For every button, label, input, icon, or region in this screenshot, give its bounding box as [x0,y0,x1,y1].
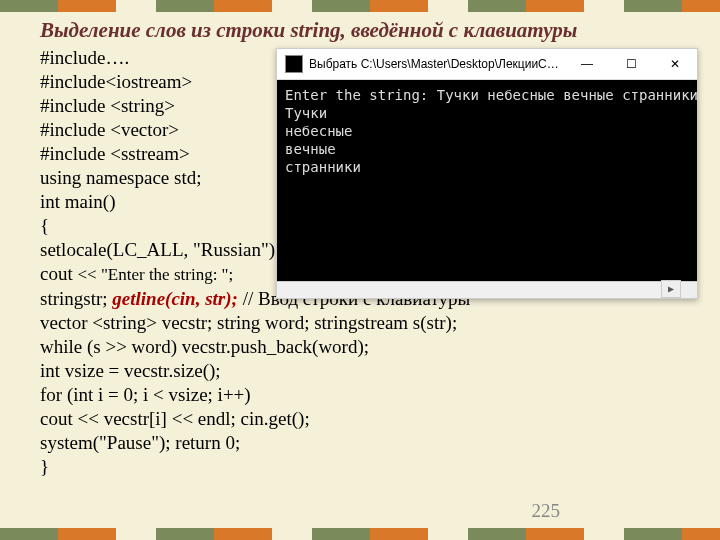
decorative-top-bar [0,0,720,12]
decorative-bottom-bar [0,528,720,540]
close-button[interactable]: ✕ [653,49,697,79]
code-line: while (s >> word) vecstr.push_back(word)… [40,335,700,359]
slide-title: Выделение слов из строки string, введённ… [40,18,700,43]
console-line: небесные [285,122,689,140]
console-output: Enter the string: Тучки небесные вечные … [277,80,697,298]
code-line: } [40,455,700,479]
console-line: странники [285,158,689,176]
code-line: vector <string> vecstr; string word; str… [40,311,700,335]
scroll-right-arrow-icon[interactable]: ▶ [661,280,681,298]
console-line: вечные [285,140,689,158]
code-line: for (int i = 0; i < vsize; i++) [40,383,700,407]
page-number: 225 [532,500,561,522]
code-line: cout << vecstr[i] << endl; cin.get(); [40,407,700,431]
console-titlebar: Выбрать C:\Users\Master\Desktop\ЛекцииC+… [277,49,697,80]
console-app-icon [285,55,303,73]
code-line: int vsize = vecstr.size(); [40,359,700,383]
console-title-text: Выбрать C:\Users\Master\Desktop\ЛекцииC+… [309,57,565,71]
console-window: Выбрать C:\Users\Master\Desktop\ЛекцииC+… [276,48,698,299]
scrollbar-corner [680,281,697,298]
console-line: Enter the string: Тучки небесные вечные … [285,86,689,104]
minimize-button[interactable]: — [565,49,609,79]
code-line: system("Pause"); return 0; [40,431,700,455]
maximize-button[interactable]: ☐ [609,49,653,79]
console-line: Тучки [285,104,689,122]
horizontal-scrollbar-track[interactable] [277,281,663,298]
